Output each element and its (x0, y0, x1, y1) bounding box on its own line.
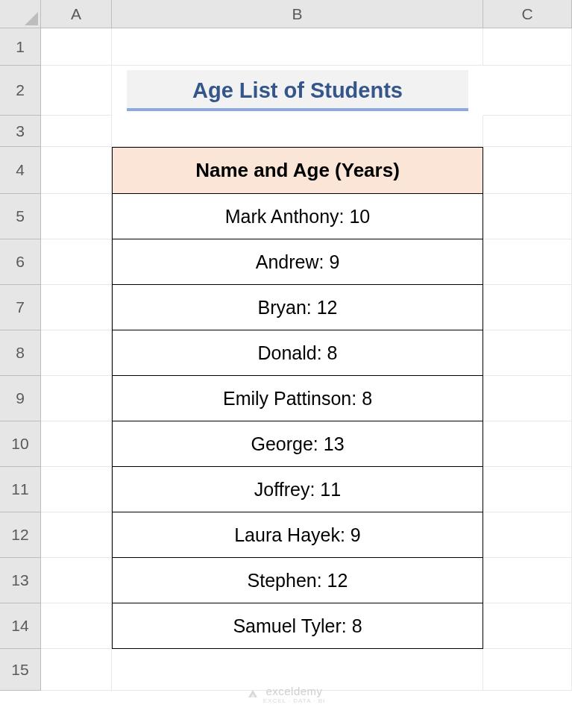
cell-a1[interactable] (41, 28, 112, 66)
watermark-tagline: EXCEL · DATA · BI (263, 697, 326, 704)
cell-a3[interactable] (41, 116, 112, 147)
svg-marker-0 (25, 12, 38, 25)
cell-a11[interactable] (41, 467, 112, 512)
row-header-5[interactable]: 5 (0, 194, 41, 239)
select-all-corner[interactable] (0, 0, 41, 28)
cell-c14[interactable] (483, 603, 572, 649)
table-row[interactable]: Laura Hayek: 9 (112, 512, 483, 558)
cell-c7[interactable] (483, 285, 572, 330)
column-header-a[interactable]: A (41, 0, 112, 28)
column-header-c[interactable]: C (483, 0, 572, 28)
row-header-12[interactable]: 12 (0, 512, 41, 558)
row-header-4[interactable]: 4 (0, 147, 41, 194)
cell-a5[interactable] (41, 194, 112, 239)
cell-b1[interactable] (112, 28, 483, 66)
table-row[interactable]: Emily Pattinson: 8 (112, 376, 483, 421)
cell-a12[interactable] (41, 512, 112, 558)
table-row[interactable]: Samuel Tyler: 8 (112, 603, 483, 649)
cell-a8[interactable] (41, 330, 112, 376)
table-row[interactable]: Stephen: 12 (112, 558, 483, 603)
cell-c9[interactable] (483, 376, 572, 421)
cell-a2[interactable] (41, 66, 112, 116)
cell-a14[interactable] (41, 603, 112, 649)
cell-c5[interactable] (483, 194, 572, 239)
select-all-triangle-icon (25, 12, 38, 25)
cell-b15[interactable] (112, 649, 483, 691)
cell-a10[interactable] (41, 421, 112, 467)
table-row[interactable]: Donald: 8 (112, 330, 483, 376)
cell-b3[interactable] (112, 116, 483, 147)
svg-marker-2 (251, 694, 255, 697)
cell-c15[interactable] (483, 649, 572, 691)
row-header-15[interactable]: 15 (0, 649, 41, 691)
row-header-6[interactable]: 6 (0, 239, 41, 285)
row-header-10[interactable]: 10 (0, 421, 41, 467)
cell-c10[interactable] (483, 421, 572, 467)
cell-a9[interactable] (41, 376, 112, 421)
table-row[interactable]: George: 13 (112, 421, 483, 467)
row-header-3[interactable]: 3 (0, 116, 41, 147)
cell-a13[interactable] (41, 558, 112, 603)
svg-marker-1 (248, 690, 257, 697)
row-header-11[interactable]: 11 (0, 467, 41, 512)
cell-b2[interactable]: Age List of Students (112, 66, 483, 116)
spreadsheet-grid: A B C 1 2 3 4 5 6 7 8 9 10 11 12 13 14 1… (0, 0, 572, 691)
cell-a7[interactable] (41, 285, 112, 330)
row-header-1[interactable]: 1 (0, 28, 41, 66)
cell-c1[interactable] (483, 28, 572, 66)
column-header-b[interactable]: B (112, 0, 483, 28)
page-title: Age List of Students (127, 70, 468, 111)
table-row[interactable]: Bryan: 12 (112, 285, 483, 330)
row-header-9[interactable]: 9 (0, 376, 41, 421)
table-row[interactable]: Andrew: 9 (112, 239, 483, 285)
cell-a4[interactable] (41, 147, 112, 194)
row-header-14[interactable]: 14 (0, 603, 41, 649)
cell-c2[interactable] (483, 66, 572, 116)
table-row[interactable]: Mark Anthony: 10 (112, 194, 483, 239)
cell-c8[interactable] (483, 330, 572, 376)
row-header-8[interactable]: 8 (0, 330, 41, 376)
cell-a6[interactable] (41, 239, 112, 285)
table-row[interactable]: Joffrey: 11 (112, 467, 483, 512)
cell-c11[interactable] (483, 467, 572, 512)
row-header-13[interactable]: 13 (0, 558, 41, 603)
row-header-2[interactable]: 2 (0, 66, 41, 116)
row-header-7[interactable]: 7 (0, 285, 41, 330)
cell-a15[interactable] (41, 649, 112, 691)
cell-c4[interactable] (483, 147, 572, 194)
cell-c12[interactable] (483, 512, 572, 558)
cell-c13[interactable] (483, 558, 572, 603)
table-header[interactable]: Name and Age (Years) (112, 147, 483, 194)
cell-c3[interactable] (483, 116, 572, 147)
cell-c6[interactable] (483, 239, 572, 285)
